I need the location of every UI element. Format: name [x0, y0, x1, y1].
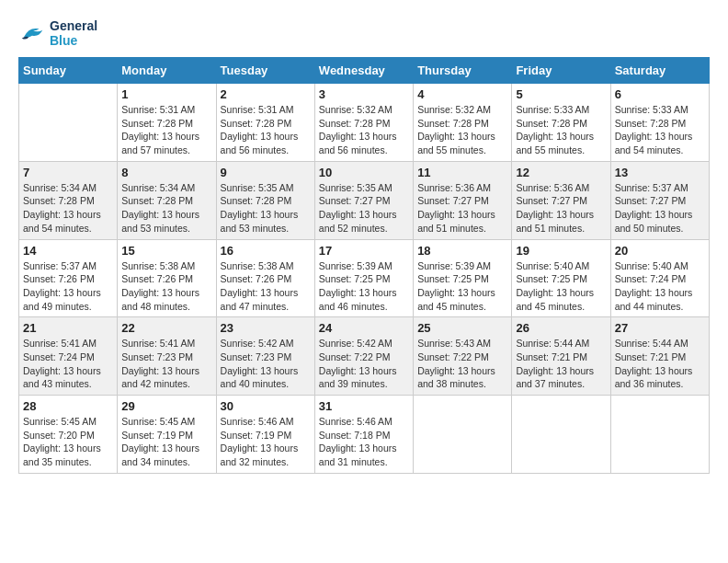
- day-number: 22: [121, 321, 211, 335]
- calendar-day-cell: 11Sunrise: 5:36 AMSunset: 7:27 PMDayligh…: [414, 161, 512, 239]
- day-info: Sunrise: 5:37 AMSunset: 7:27 PMDaylight:…: [615, 181, 705, 236]
- calendar-day-cell: 16Sunrise: 5:38 AMSunset: 7:26 PMDayligh…: [216, 239, 314, 317]
- day-number: 8: [121, 166, 211, 179]
- calendar-day-cell: 24Sunrise: 5:42 AMSunset: 7:22 PMDayligh…: [314, 317, 413, 396]
- day-info: Sunrise: 5:35 AMSunset: 7:28 PMDaylight:…: [221, 181, 311, 236]
- calendar-day-cell: 17Sunrise: 5:39 AMSunset: 7:25 PMDayligh…: [314, 239, 413, 317]
- day-info: Sunrise: 5:38 AMSunset: 7:26 PMDaylight:…: [221, 259, 311, 314]
- calendar-day-cell: 13Sunrise: 5:37 AMSunset: 7:27 PMDayligh…: [610, 161, 709, 239]
- day-info: Sunrise: 5:42 AMSunset: 7:23 PMDaylight:…: [221, 337, 311, 391]
- day-of-week-header: Saturday: [610, 58, 709, 84]
- calendar-week-row: 7Sunrise: 5:34 AMSunset: 7:28 PMDaylight…: [19, 161, 710, 239]
- day-number: 12: [516, 166, 606, 179]
- calendar-day-cell: 1Sunrise: 5:31 AMSunset: 7:28 PMDaylight…: [118, 84, 216, 162]
- calendar-header-row: SundayMondayTuesdayWednesdayThursdayFrid…: [19, 58, 710, 84]
- calendar-day-cell: [610, 396, 709, 474]
- calendar-day-cell: 2Sunrise: 5:31 AMSunset: 7:28 PMDaylight…: [216, 84, 314, 162]
- calendar-day-cell: 20Sunrise: 5:40 AMSunset: 7:24 PMDayligh…: [610, 239, 709, 317]
- day-number: 26: [516, 321, 606, 335]
- calendar-day-cell: [414, 396, 512, 474]
- calendar-day-cell: 3Sunrise: 5:32 AMSunset: 7:28 PMDaylight…: [314, 84, 413, 162]
- day-number: 11: [417, 166, 507, 179]
- day-info: Sunrise: 5:34 AMSunset: 7:28 PMDaylight:…: [121, 181, 211, 236]
- calendar-day-cell: 8Sunrise: 5:34 AMSunset: 7:28 PMDaylight…: [118, 161, 216, 239]
- calendar-day-cell: 14Sunrise: 5:37 AMSunset: 7:26 PMDayligh…: [19, 239, 118, 317]
- day-info: Sunrise: 5:42 AMSunset: 7:22 PMDaylight:…: [319, 337, 409, 391]
- calendar-day-cell: 21Sunrise: 5:41 AMSunset: 7:24 PMDayligh…: [19, 317, 118, 396]
- calendar-day-cell: [19, 84, 118, 162]
- logo: General Blue: [18, 18, 97, 48]
- calendar-day-cell: 31Sunrise: 5:46 AMSunset: 7:18 PMDayligh…: [314, 396, 413, 474]
- day-of-week-header: Wednesday: [314, 58, 413, 84]
- calendar-day-cell: 6Sunrise: 5:33 AMSunset: 7:28 PMDaylight…: [610, 84, 709, 162]
- day-info: Sunrise: 5:32 AMSunset: 7:28 PMDaylight:…: [417, 103, 507, 157]
- calendar-day-cell: 10Sunrise: 5:35 AMSunset: 7:27 PMDayligh…: [314, 161, 413, 239]
- day-number: 20: [615, 244, 705, 258]
- day-info: Sunrise: 5:43 AMSunset: 7:22 PMDaylight:…: [417, 337, 507, 391]
- day-number: 14: [23, 244, 113, 258]
- day-info: Sunrise: 5:31 AMSunset: 7:28 PMDaylight:…: [121, 103, 211, 157]
- day-info: Sunrise: 5:45 AMSunset: 7:20 PMDaylight:…: [23, 415, 113, 469]
- calendar-day-cell: [512, 396, 610, 474]
- calendar-day-cell: 25Sunrise: 5:43 AMSunset: 7:22 PMDayligh…: [414, 317, 512, 396]
- calendar-day-cell: 30Sunrise: 5:46 AMSunset: 7:19 PMDayligh…: [216, 396, 314, 474]
- day-number: 1: [121, 87, 211, 101]
- day-info: Sunrise: 5:40 AMSunset: 7:25 PMDaylight:…: [516, 259, 606, 314]
- day-number: 23: [221, 321, 311, 335]
- day-number: 16: [221, 244, 311, 258]
- day-number: 9: [221, 166, 311, 179]
- calendar-day-cell: 5Sunrise: 5:33 AMSunset: 7:28 PMDaylight…: [512, 84, 610, 162]
- calendar-week-row: 14Sunrise: 5:37 AMSunset: 7:26 PMDayligh…: [19, 239, 710, 317]
- calendar-day-cell: 22Sunrise: 5:41 AMSunset: 7:23 PMDayligh…: [118, 317, 216, 396]
- day-info: Sunrise: 5:45 AMSunset: 7:19 PMDaylight:…: [121, 415, 211, 469]
- day-number: 27: [615, 321, 705, 335]
- calendar-day-cell: 9Sunrise: 5:35 AMSunset: 7:28 PMDaylight…: [216, 161, 314, 239]
- calendar-day-cell: 7Sunrise: 5:34 AMSunset: 7:28 PMDaylight…: [19, 161, 118, 239]
- day-info: Sunrise: 5:33 AMSunset: 7:28 PMDaylight:…: [615, 103, 705, 157]
- calendar-week-row: 21Sunrise: 5:41 AMSunset: 7:24 PMDayligh…: [19, 317, 710, 396]
- day-number: 4: [417, 87, 507, 101]
- day-of-week-header: Monday: [118, 58, 216, 84]
- day-info: Sunrise: 5:44 AMSunset: 7:21 PMDaylight:…: [615, 337, 705, 391]
- day-info: Sunrise: 5:41 AMSunset: 7:24 PMDaylight:…: [23, 337, 113, 391]
- day-info: Sunrise: 5:33 AMSunset: 7:28 PMDaylight:…: [516, 103, 606, 157]
- calendar-day-cell: 4Sunrise: 5:32 AMSunset: 7:28 PMDaylight…: [414, 84, 512, 162]
- day-number: 24: [319, 321, 409, 335]
- day-of-week-header: Thursday: [414, 58, 512, 84]
- calendar-day-cell: 26Sunrise: 5:44 AMSunset: 7:21 PMDayligh…: [512, 317, 610, 396]
- day-number: 29: [121, 399, 211, 413]
- day-number: 19: [516, 244, 606, 258]
- day-number: 31: [319, 399, 409, 413]
- day-info: Sunrise: 5:46 AMSunset: 7:18 PMDaylight:…: [319, 415, 409, 469]
- day-number: 13: [615, 166, 705, 179]
- day-info: Sunrise: 5:39 AMSunset: 7:25 PMDaylight:…: [417, 259, 507, 314]
- day-of-week-header: Tuesday: [216, 58, 314, 84]
- day-info: Sunrise: 5:36 AMSunset: 7:27 PMDaylight:…: [516, 181, 606, 236]
- day-number: 18: [417, 244, 507, 258]
- day-number: 17: [319, 244, 409, 258]
- day-number: 7: [23, 166, 113, 179]
- calendar-week-row: 28Sunrise: 5:45 AMSunset: 7:20 PMDayligh…: [19, 396, 710, 474]
- logo-text-line1: General: [50, 18, 97, 33]
- day-number: 2: [221, 87, 311, 101]
- day-info: Sunrise: 5:41 AMSunset: 7:23 PMDaylight:…: [121, 337, 211, 391]
- day-info: Sunrise: 5:34 AMSunset: 7:28 PMDaylight:…: [23, 181, 113, 236]
- day-info: Sunrise: 5:37 AMSunset: 7:26 PMDaylight:…: [23, 259, 113, 314]
- calendar-day-cell: 29Sunrise: 5:45 AMSunset: 7:19 PMDayligh…: [118, 396, 216, 474]
- calendar-day-cell: 28Sunrise: 5:45 AMSunset: 7:20 PMDayligh…: [19, 396, 118, 474]
- calendar-day-cell: 23Sunrise: 5:42 AMSunset: 7:23 PMDayligh…: [216, 317, 314, 396]
- logo-text-line2: Blue: [50, 33, 97, 48]
- day-info: Sunrise: 5:38 AMSunset: 7:26 PMDaylight:…: [121, 259, 211, 314]
- calendar-table: SundayMondayTuesdayWednesdayThursdayFrid…: [18, 57, 710, 474]
- calendar-day-cell: 12Sunrise: 5:36 AMSunset: 7:27 PMDayligh…: [512, 161, 610, 239]
- day-number: 6: [615, 87, 705, 101]
- day-number: 30: [221, 399, 311, 413]
- day-info: Sunrise: 5:44 AMSunset: 7:21 PMDaylight:…: [516, 337, 606, 391]
- day-info: Sunrise: 5:32 AMSunset: 7:28 PMDaylight:…: [319, 103, 409, 157]
- day-of-week-header: Friday: [512, 58, 610, 84]
- day-number: 10: [319, 166, 409, 179]
- day-info: Sunrise: 5:35 AMSunset: 7:27 PMDaylight:…: [319, 181, 409, 236]
- day-info: Sunrise: 5:36 AMSunset: 7:27 PMDaylight:…: [417, 181, 507, 236]
- day-number: 25: [417, 321, 507, 335]
- page-header: General Blue: [18, 18, 710, 48]
